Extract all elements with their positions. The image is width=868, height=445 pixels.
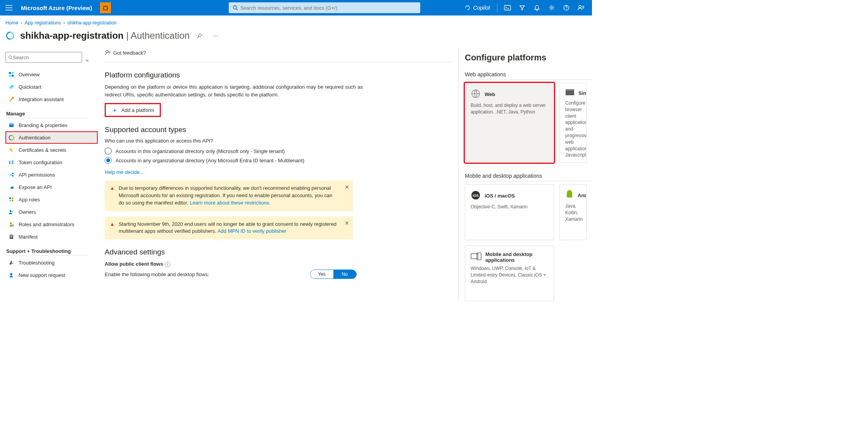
manifest-icon [8, 233, 15, 240]
alert-text: Due to temporary differences in supporte… [119, 185, 339, 207]
svg-rect-25 [12, 198, 13, 199]
sidebar-item-api-permissions[interactable]: API permissions [5, 168, 98, 181]
sidebar-group-support: Support + Troubleshooting [6, 248, 98, 254]
more-icon[interactable]: ⋯ [210, 30, 221, 41]
settings-gear-icon[interactable] [545, 1, 559, 15]
alert-personal-accounts: ▲ Due to temporary differences in suppor… [105, 180, 353, 211]
info-icon[interactable]: i [165, 262, 170, 267]
platform-card-ios[interactable]: iOS iOS / macOS Objective-C, Swift, Xama… [465, 184, 554, 240]
platform-card-desktop[interactable]: Mobile and desktop applications Windows,… [465, 246, 554, 301]
filter-icon[interactable] [515, 1, 529, 15]
sidebar-item-expose-api[interactable]: Expose an API [5, 181, 98, 193]
pin-icon[interactable] [194, 30, 205, 41]
sidebar-item-label: Integration assistant [19, 96, 64, 102]
platform-card-android[interactable]: Android Java, Kotlin, Xamarin [559, 184, 587, 240]
sidebar-item-label: Token configuration [19, 160, 62, 165]
sidebar-item-quickstart[interactable]: Quickstart [5, 81, 98, 93]
alert-link[interactable]: Add MPN ID to verify publisher [217, 228, 286, 234]
sidebar-item-overview[interactable]: Overview [5, 68, 98, 81]
svg-rect-40 [566, 89, 574, 91]
hamburger-menu-icon[interactable] [2, 1, 16, 14]
azure-brand[interactable]: Microsoft Azure (Preview) [17, 5, 96, 11]
got-feedback-button[interactable]: Got feedback? [105, 50, 146, 56]
authentication-icon [8, 134, 15, 141]
sidebar-item-roles-admins[interactable]: Roles and administrators [5, 218, 98, 230]
page-title-app: shikha-app-registration [20, 30, 124, 41]
svg-point-21 [9, 174, 11, 175]
help-icon[interactable] [559, 1, 573, 15]
sidebar-item-label: Branding & properties [19, 122, 67, 128]
svg-rect-26 [9, 200, 11, 201]
sidebar-item-label: Authentication [19, 135, 50, 141]
copilot-label: Copilot [473, 5, 490, 11]
breadcrumb-current[interactable]: shikha-app-registration [67, 20, 117, 26]
cloud-shell-icon[interactable] [500, 1, 514, 15]
sidebar-item-branding[interactable]: Branding & properties [5, 119, 98, 131]
troubleshooting-icon [8, 259, 15, 266]
svg-rect-24 [9, 198, 11, 199]
expose-api-icon [8, 184, 15, 191]
close-icon[interactable]: ✕ [345, 219, 349, 227]
close-icon[interactable]: ✕ [345, 183, 349, 191]
svg-rect-35 [10, 237, 12, 237]
svg-point-23 [12, 175, 14, 177]
card-title: Android [578, 192, 587, 198]
sidebar-item-manifest[interactable]: Manifest [5, 230, 98, 243]
card-desc: Objective-C, Swift, Xamarin [471, 204, 548, 210]
sidebar-search[interactable] [5, 52, 82, 63]
svg-rect-8 [9, 72, 11, 74]
svg-rect-32 [10, 235, 13, 239]
public-client-flows-toggle[interactable]: Yes No [310, 270, 357, 279]
sidebar-item-owners[interactable]: Owners [5, 206, 98, 218]
svg-point-36 [10, 273, 12, 275]
configure-platforms-blade: Configure platforms Web applications Web… [458, 47, 592, 301]
svg-point-5 [579, 5, 581, 8]
search-icon [233, 5, 238, 10]
platform-card-web[interactable]: Web Build, host, and deploy a web server… [465, 83, 554, 163]
notifications-icon[interactable] [530, 1, 544, 15]
certificates-icon [8, 146, 15, 153]
sidebar-item-app-roles[interactable]: App roles [5, 193, 98, 206]
sidebar-item-certificates[interactable]: Certificates & secrets [5, 144, 98, 156]
sidebar-item-label: Expose an API [19, 184, 52, 190]
alert-link[interactable]: Learn more about these restrictions. [190, 200, 270, 206]
advanced-settings-heading: Advanced settings [105, 248, 451, 256]
radio-single-tenant[interactable]: Accounts in this organizational director… [105, 148, 451, 155]
android-icon [565, 190, 574, 201]
add-platform-button[interactable]: ＋ Add a platform [105, 103, 161, 117]
sidebar-item-token-config[interactable]: Token configuration [5, 156, 98, 168]
radio-multitenant[interactable]: Accounts in any organizational directory… [105, 157, 451, 164]
toggle-no[interactable]: No [333, 270, 356, 278]
warning-icon: ▲ [110, 185, 115, 207]
azure-top-bar: Microsoft Azure (Preview) Copilot [0, 0, 592, 15]
overview-icon [8, 71, 15, 78]
global-search[interactable] [229, 2, 420, 13]
sidebar-item-authentication[interactable]: Authentication [5, 131, 98, 144]
breadcrumb-app-registrations[interactable]: App registrations [25, 20, 61, 26]
collapse-sidebar-icon[interactable]: « [83, 56, 91, 64]
main-content: Got feedback? Platform configurations De… [98, 47, 458, 301]
platform-card-spa[interactable]: Single Configure browser client applicat… [559, 83, 587, 163]
alert-text: Starting November 9th, 2020 end users wi… [119, 221, 339, 235]
sidebar-search-input[interactable] [13, 55, 79, 60]
sidebar-item-integration-assistant[interactable]: Integration assistant [5, 93, 98, 105]
sidebar-item-new-support[interactable]: New support request [5, 269, 98, 281]
roles-admins-icon [8, 221, 15, 228]
breadcrumb-home[interactable]: Home [5, 20, 18, 26]
svg-point-1 [233, 6, 236, 9]
feedback-icon[interactable] [574, 1, 588, 15]
sidebar-item-label: Troubleshooting [19, 260, 55, 266]
breadcrumb-sep: › [63, 20, 65, 26]
card-title: Mobile and desktop applications [485, 251, 548, 263]
svg-point-28 [9, 210, 11, 212]
svg-rect-34 [10, 236, 12, 237]
help-me-decide-link[interactable]: Help me decide... [105, 169, 144, 175]
svg-rect-9 [12, 72, 14, 74]
toggle-yes[interactable]: Yes [311, 270, 333, 278]
global-search-input[interactable] [240, 5, 416, 11]
card-desc: Windows, UWP, Console, IoT & Limited-ent… [471, 265, 548, 285]
copilot-button[interactable]: Copilot [461, 5, 494, 11]
sidebar-item-troubleshooting[interactable]: Troubleshooting [5, 256, 98, 269]
preview-bug-icon[interactable] [100, 2, 111, 13]
svg-point-29 [12, 211, 13, 212]
